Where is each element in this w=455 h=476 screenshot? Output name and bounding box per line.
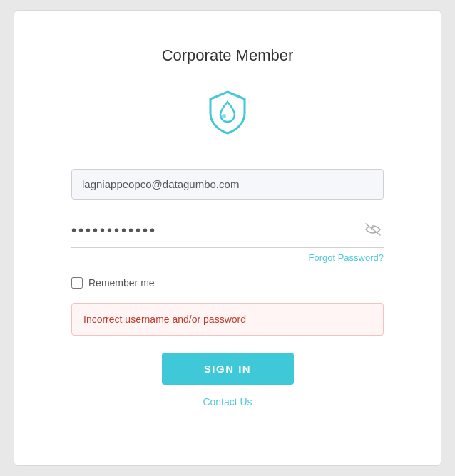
page-title: Corporate Member [162,46,294,65]
remember-me-group: Remember me [71,277,384,289]
error-message: Incorrect username and/or password [71,303,384,336]
username-group [71,169,384,200]
sign-in-button[interactable]: SIGN IN [162,353,294,385]
password-wrapper [71,214,384,248]
forgot-password-link[interactable]: Forgot Password? [71,252,384,263]
brand-logo [202,86,253,138]
toggle-password-icon[interactable] [365,223,381,239]
remember-me-label: Remember me [88,277,155,289]
password-input[interactable] [71,214,384,247]
login-card: Corporate Member Fo [14,10,441,466]
password-group: Forgot Password? [71,214,384,263]
contact-us-link[interactable]: Contact Us [71,396,384,408]
svg-point-0 [222,114,226,118]
logo-container [202,86,253,140]
username-input[interactable] [71,169,384,200]
remember-me-checkbox[interactable] [71,277,83,289]
login-form: Forgot Password? Remember me Incorrect u… [71,169,384,408]
